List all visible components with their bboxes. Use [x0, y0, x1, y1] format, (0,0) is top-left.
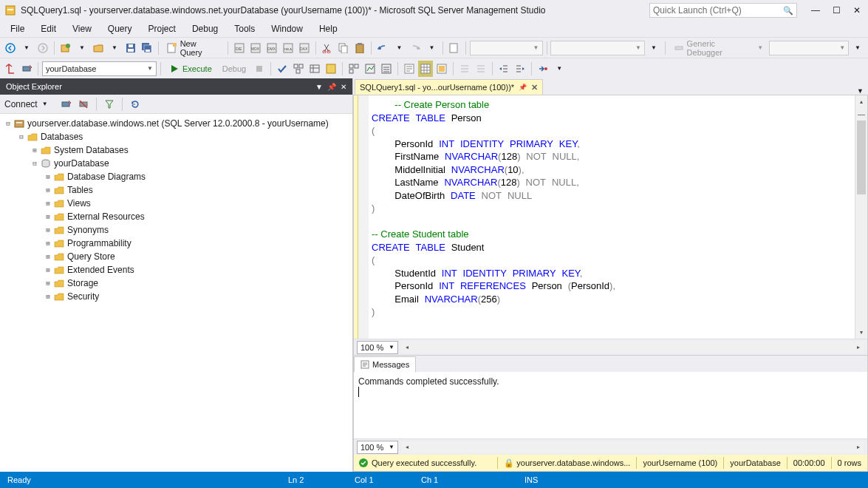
- dmx-button[interactable]: DMX: [264, 40, 279, 56]
- menu-project[interactable]: Project: [141, 22, 183, 35]
- undo-button[interactable]: [375, 40, 390, 56]
- new-project-dropdown[interactable]: ▼: [75, 40, 89, 56]
- messages-tab[interactable]: Messages: [354, 356, 416, 372]
- new-project-button[interactable]: [58, 40, 73, 56]
- estimated-plan-button[interactable]: [291, 61, 306, 77]
- save-button[interactable]: [123, 40, 138, 56]
- menu-debug[interactable]: Debug: [185, 22, 225, 35]
- code-editor[interactable]: -- Create Person table CREATE TABLE Pers…: [354, 95, 855, 339]
- editor-vscrollbar[interactable]: ▴ — ▾: [855, 95, 867, 339]
- pane-close-icon[interactable]: ✕: [341, 83, 346, 91]
- editor-tab[interactable]: SQLQuery1.sql - yo...ourUsername (100))*…: [355, 79, 543, 95]
- copy-button[interactable]: [336, 40, 351, 56]
- registered-servers-button[interactable]: [3, 61, 18, 77]
- query-options-button[interactable]: [307, 61, 322, 77]
- tree-child[interactable]: ⊞External Resources: [0, 210, 352, 223]
- comment-button[interactable]: [457, 61, 472, 77]
- editor-hscrollbar[interactable]: ◂▸: [401, 342, 864, 353]
- execute-button[interactable]: Execute: [165, 61, 216, 77]
- zoom-selector[interactable]: 100 %▼: [357, 341, 398, 354]
- cut-button[interactable]: [320, 40, 335, 56]
- tree-server[interactable]: ⊟yourserver.database.windows.net (SQL Se…: [0, 117, 352, 130]
- tree-child[interactable]: ⊞Storage: [0, 277, 352, 290]
- increase-indent-button[interactable]: [513, 61, 527, 77]
- mdx-button[interactable]: MDX: [248, 40, 263, 56]
- stack-frame-dropdown[interactable]: ▼: [850, 40, 865, 56]
- stop-button[interactable]: [76, 96, 91, 112]
- xmla-button[interactable]: XMLA: [281, 40, 295, 56]
- disconnect-button[interactable]: [58, 96, 73, 112]
- tree-sysdb[interactable]: ⊞System Databases: [0, 143, 352, 157]
- results-file-button[interactable]: [434, 61, 449, 77]
- toolbar-overflow[interactable]: ▼: [552, 61, 567, 77]
- tree-databases[interactable]: ⊟Databases: [0, 130, 352, 143]
- live-stats-button[interactable]: [363, 61, 377, 77]
- quick-launch-input[interactable]: Quick Launch (Ctrl+Q) 🔍: [649, 3, 797, 18]
- tree-child[interactable]: ⊞Query Store: [0, 250, 352, 263]
- tab-pin-icon[interactable]: 📌: [519, 84, 527, 91]
- change-connection-button[interactable]: [19, 61, 34, 77]
- menu-view[interactable]: View: [65, 22, 99, 35]
- redo-dropdown[interactable]: ▼: [424, 40, 439, 56]
- maximize-button[interactable]: ☐: [830, 5, 843, 16]
- filter-button[interactable]: [102, 96, 117, 112]
- results-text-button[interactable]: [402, 61, 417, 77]
- debugger-process-combo[interactable]: ▼: [769, 41, 849, 55]
- tab-close-icon[interactable]: ✕: [531, 83, 538, 92]
- pane-pin-icon[interactable]: 📌: [327, 83, 336, 91]
- specify-values-button[interactable]: [536, 61, 550, 77]
- uncomment-button[interactable]: [474, 61, 488, 77]
- sql-code[interactable]: -- Create Person table CREATE TABLE Pers…: [369, 95, 855, 339]
- tree-child[interactable]: ⊞Views: [0, 197, 352, 210]
- de-button[interactable]: DE: [232, 40, 247, 56]
- parse-button[interactable]: [275, 61, 290, 77]
- debugger-combo[interactable]: Generic Debugger▼: [669, 40, 768, 56]
- forward-button[interactable]: [35, 40, 50, 56]
- dax-button[interactable]: DAX: [297, 40, 312, 56]
- tree-userdb[interactable]: ⊟yourDatabase: [0, 157, 352, 170]
- messages-body[interactable]: Commands completed successfully.: [354, 372, 867, 438]
- open-dropdown[interactable]: ▼: [107, 40, 122, 56]
- menu-edit[interactable]: Edit: [33, 22, 64, 35]
- find-button[interactable]: [447, 40, 462, 56]
- tree-child[interactable]: ⊞Database Diagrams: [0, 170, 352, 183]
- saveall-button[interactable]: [140, 40, 154, 56]
- back-button[interactable]: [3, 40, 18, 56]
- client-stats-button[interactable]: [379, 61, 394, 77]
- menu-help[interactable]: Help: [312, 22, 345, 35]
- menu-file[interactable]: File: [3, 22, 32, 35]
- object-explorer-tree[interactable]: ⊟yourserver.database.windows.net (SQL Se…: [0, 114, 352, 472]
- menu-tools[interactable]: Tools: [227, 22, 262, 35]
- decrease-indent-button[interactable]: [496, 61, 511, 77]
- cancel-query-button[interactable]: [252, 61, 267, 77]
- connect-button[interactable]: Connect: [4, 99, 38, 109]
- redo-button[interactable]: [408, 40, 423, 56]
- tree-child[interactable]: ⊞Security: [0, 290, 352, 303]
- tree-child[interactable]: ⊞Programmability: [0, 237, 352, 250]
- scroll-down-arrow[interactable]: ▾: [855, 326, 867, 339]
- intellisense-button[interactable]: [324, 61, 338, 77]
- database-combo[interactable]: yourDatabase▼: [42, 61, 157, 76]
- close-button[interactable]: ✕: [850, 5, 864, 16]
- new-query-button[interactable]: New Query: [163, 40, 225, 56]
- messages-hscrollbar[interactable]: ◂▸: [401, 441, 864, 453]
- menu-window[interactable]: Window: [264, 22, 310, 35]
- pane-dropdown-icon[interactable]: ▼: [315, 83, 323, 91]
- messages-zoom-selector[interactable]: 100 %▼: [357, 441, 398, 454]
- open-file-button[interactable]: [91, 40, 106, 56]
- solution-config-combo[interactable]: ▼: [470, 41, 542, 55]
- tree-child[interactable]: ⊞Extended Events: [0, 263, 352, 277]
- tree-child[interactable]: ⊞Synonyms: [0, 223, 352, 237]
- undo-dropdown[interactable]: ▼: [392, 40, 406, 56]
- debug-button[interactable]: Debug: [218, 61, 250, 77]
- paste-button[interactable]: [352, 40, 367, 56]
- tab-list-dropdown[interactable]: ▼: [852, 87, 868, 95]
- solution-platform-combo[interactable]: ▼: [550, 41, 644, 55]
- actual-plan-button[interactable]: [346, 61, 361, 77]
- scroll-up-arrow[interactable]: ▴: [855, 95, 867, 108]
- tree-child[interactable]: ⊞Tables: [0, 183, 352, 197]
- minimize-button[interactable]: —: [809, 5, 822, 16]
- platform-dropdown[interactable]: ▼: [646, 40, 661, 56]
- refresh-button[interactable]: [128, 96, 143, 112]
- menu-query[interactable]: Query: [100, 22, 140, 35]
